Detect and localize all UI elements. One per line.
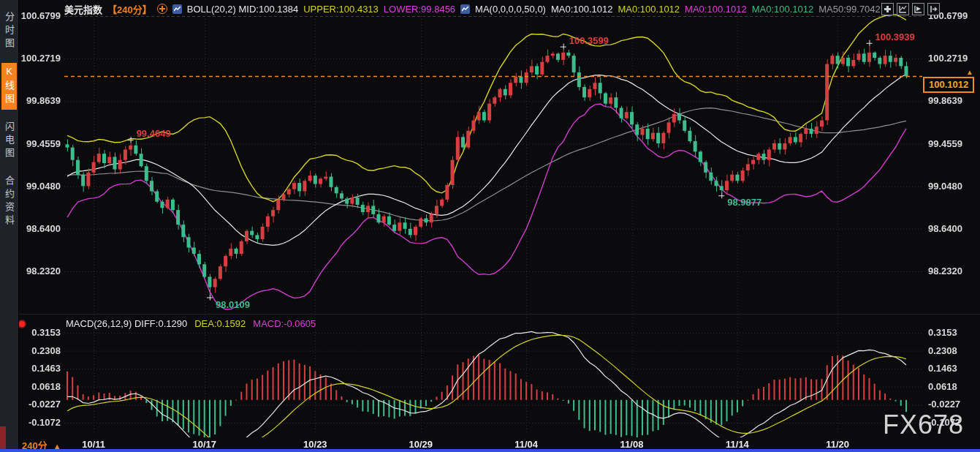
macd-axis-label-right: 0.0618 xyxy=(928,381,957,392)
exit-icon[interactable] xyxy=(927,3,940,15)
price-axis-label-left: 98.6400 xyxy=(18,223,61,234)
date-label: 11/14 xyxy=(726,439,749,450)
ma50-value: MA50:99.7042 xyxy=(818,4,881,15)
period-badge: 【240分】 xyxy=(107,2,152,16)
macd-axis-label-right: 0.2308 xyxy=(928,345,957,356)
price-axis-label-right: 98.6400 xyxy=(928,223,962,234)
ma-indicator-icon[interactable] xyxy=(460,4,470,14)
extreme-annotation: 98.0109 xyxy=(216,299,250,310)
macd-axis-label-left: 0.0618 xyxy=(18,381,61,392)
sidebar-item-kline-chart[interactable]: K线图 xyxy=(1,63,17,110)
add-indicator-icon[interactable] xyxy=(157,4,167,14)
play-window-icon[interactable] xyxy=(912,3,924,15)
macd-dea-value: DEA:0.1592 xyxy=(194,318,246,329)
date-label: 11/08 xyxy=(620,439,644,450)
price-axis-label-left: 99.8639 xyxy=(18,95,61,106)
watermark: FX678 xyxy=(883,410,964,440)
ma0-green-value: MA0:100.1012 xyxy=(752,4,814,15)
macd-axis-label-right: 0.1463 xyxy=(928,363,957,374)
macd-axis-label-right: -0.0227 xyxy=(928,399,960,410)
macd-axis-label-left: 0.3153 xyxy=(18,327,61,338)
price-axis-label-right: 98.2320 xyxy=(928,265,962,276)
price-axis-label-left: 99.4559 xyxy=(18,138,61,149)
macd-indicator-bar: MACD(26,12,9) DIFF:0.1290 DEA:0.1592 MAC… xyxy=(66,317,316,329)
price-axis-label-right: 99.0480 xyxy=(928,181,962,192)
price-axis-label-left: 100.6799 xyxy=(18,10,61,21)
extreme-annotation: 100.3599 xyxy=(569,35,609,46)
price-axis-label-right: 99.8639 xyxy=(928,95,962,106)
sidebar-item-lightning-chart[interactable]: 闪电图 xyxy=(1,118,17,164)
ma0-yellow-value: MA0:100.1012 xyxy=(618,4,680,15)
price-chart-canvas[interactable] xyxy=(0,0,980,452)
date-label: 10/11 xyxy=(82,439,105,450)
macd-axis-label-right: 0.3153 xyxy=(928,327,957,338)
boll-values: BOLL(20,2) MID:100.1384 xyxy=(187,4,298,15)
extreme-annotation: 98.9877 xyxy=(727,197,761,208)
date-label: 11/04 xyxy=(514,439,538,450)
symbol-title: 美元指数 xyxy=(64,2,102,16)
extreme-annotation: 100.3939 xyxy=(875,31,914,42)
macd-value: MACD:-0.0605 xyxy=(253,318,316,329)
macd-axis-label-left: 0.2308 xyxy=(18,345,61,356)
chart-app: 分时图 K线图 闪电图 合约资料 美元指数 【240分】 BOLL(20,2) … xyxy=(0,0,980,452)
price-axis-label-right: 99.4559 xyxy=(928,138,962,149)
date-label: 10/17 xyxy=(192,439,216,450)
sidebar-item-time-chart[interactable]: 分时图 xyxy=(1,9,17,54)
date-label: 10/29 xyxy=(409,439,433,450)
macd-axis-label-left: -0.1072 xyxy=(18,417,61,428)
price-axis-label-left: 99.0480 xyxy=(18,181,61,192)
pan-tool-icon[interactable] xyxy=(881,3,894,15)
sidebar-bottom-marker xyxy=(0,426,6,449)
sidebar-item-contract-info[interactable]: 合约资料 xyxy=(1,173,17,231)
boll-lower-value: LOWER:99.8456 xyxy=(384,4,455,15)
price-up-arrow-icon: ▲ xyxy=(966,68,973,76)
price-axis-label-right: 100.2719 xyxy=(928,53,968,64)
ma0-magenta-value: MA0:100.1012 xyxy=(685,4,747,15)
macd-axis-label-left: -0.0227 xyxy=(18,399,61,410)
bottom-accent-bar xyxy=(0,449,980,452)
indicator-window-icon[interactable] xyxy=(897,3,909,15)
last-price-tag: 100.1012 xyxy=(923,77,974,93)
price-axis-label-left: 98.2320 xyxy=(18,265,61,276)
date-label: 11/20 xyxy=(826,439,849,450)
main-indicator-bar: 美元指数 【240分】 BOLL(20,2) MID:100.1384 UPPE… xyxy=(64,2,881,15)
boll-indicator-icon[interactable] xyxy=(172,4,182,14)
pane-divider xyxy=(18,314,980,314)
toolbar-icons xyxy=(881,3,940,15)
extreme-annotation: 99.4649 xyxy=(137,128,171,139)
boll-upper-value: UPPER:100.4313 xyxy=(303,4,379,15)
price-axis-label-left: 100.2719 xyxy=(18,53,61,64)
macd-diff-value: MACD(26,12,9) DIFF:0.1290 xyxy=(66,318,187,329)
date-label: 10/23 xyxy=(303,439,327,450)
ma-params: MA(0,0,0,0,50,0) xyxy=(475,4,546,15)
macd-axis-label-left: 0.1463 xyxy=(18,363,61,374)
ma0-white-value: MA0:100.1012 xyxy=(551,4,613,15)
sidebar: 分时图 K线图 闪电图 合约资料 xyxy=(0,0,19,452)
